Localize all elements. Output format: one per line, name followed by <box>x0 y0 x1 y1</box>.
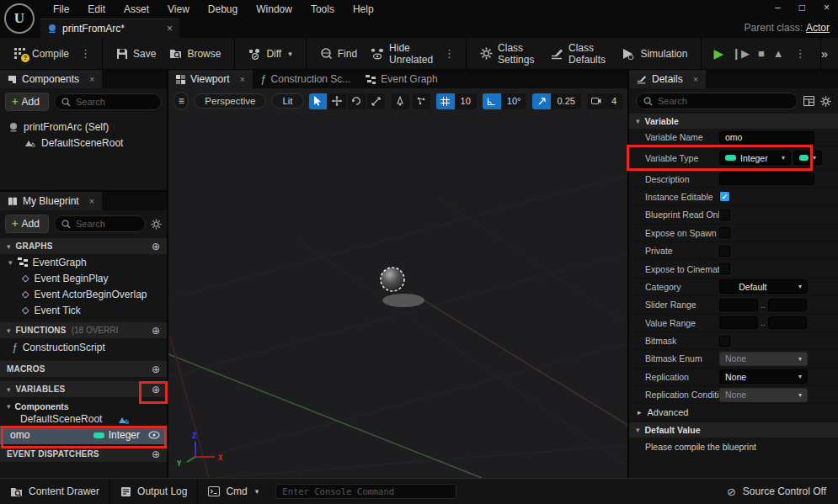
value-range-min-input[interactable] <box>719 316 758 329</box>
my-blueprint-close-icon[interactable]: × <box>89 196 94 206</box>
class-defaults-button[interactable]: Class Defaults <box>546 39 613 69</box>
hide-unrelated-button[interactable]: Hide Unrelated <box>366 39 438 69</box>
source-control-button[interactable]: ⊘ Source Control Off <box>727 485 838 498</box>
3d-viewport[interactable]: Z X Y ≡ Perspective Lit <box>168 88 627 478</box>
tab-event-graph[interactable]: Event Graph <box>358 70 445 88</box>
event-dispatchers-section-header[interactable]: EVENT DISPATCHERS ⊕ <box>0 446 167 462</box>
my-blueprint-search[interactable] <box>54 215 146 232</box>
menu-help[interactable]: Help <box>344 0 383 19</box>
simulation-button[interactable]: Simulation <box>616 45 692 63</box>
content-drawer-button[interactable]: Content Drawer <box>0 479 110 504</box>
play-options-icon[interactable]: ⋮ <box>793 47 809 60</box>
menu-tools[interactable]: Tools <box>302 0 344 19</box>
compile-options-icon[interactable]: ⋮ <box>77 47 93 60</box>
expose-on-spawn-checkbox[interactable] <box>719 227 730 238</box>
console-command-input[interactable] <box>275 484 456 499</box>
collapse-icon[interactable]: ▾ <box>8 258 13 267</box>
move-tool-button[interactable] <box>328 93 346 109</box>
menu-asset[interactable]: Asset <box>115 0 158 19</box>
variable-name-input[interactable] <box>719 131 814 144</box>
save-button[interactable]: Save <box>111 45 161 63</box>
add-function-icon[interactable]: ⊕ <box>152 325 160 337</box>
my-blueprint-add-button[interactable]: + Add <box>5 215 49 233</box>
class-settings-button[interactable]: Class Settings <box>475 39 542 69</box>
instance-editable-checkbox[interactable]: ✓ <box>719 191 730 202</box>
world-gizmo-button[interactable] <box>392 93 409 109</box>
event-graph-item[interactable]: ▾ EventGraph <box>0 254 167 270</box>
maximize-button[interactable]: □ <box>799 2 805 13</box>
blueprint-read-only-checkbox[interactable] <box>719 210 730 220</box>
camera-speed-control[interactable]: 4 <box>587 93 622 109</box>
close-button[interactable]: × <box>824 2 830 13</box>
details-search-input[interactable] <box>658 96 790 106</box>
container-type-dropdown[interactable]: ▾ <box>793 151 822 165</box>
tab-components[interactable]: Components × <box>0 70 102 88</box>
settings-gear-icon[interactable] <box>820 96 831 107</box>
components-group-row[interactable]: ▾ Components <box>0 400 167 412</box>
surface-snapping-button[interactable] <box>413 93 430 109</box>
details-search[interactable] <box>636 93 798 109</box>
event-tick-item[interactable]: ◇ Event Tick <box>0 302 167 318</box>
scale-tool-button[interactable] <box>367 93 385 109</box>
bitmask-enum-dropdown[interactable]: None ▾ <box>719 352 808 366</box>
scene-root-variable-item[interactable]: DefaultSceneRoot <box>0 412 167 426</box>
compile-button[interactable]: ? Compile <box>8 44 74 64</box>
menu-window[interactable]: Window <box>247 0 302 19</box>
menu-view[interactable]: View <box>158 0 199 19</box>
browse-button[interactable]: Browse <box>164 45 226 63</box>
tab-construction-script[interactable]: ƒ Construction Sc... <box>253 70 358 88</box>
scale-snap-control[interactable]: 0.25 <box>532 93 580 109</box>
bitmask-checkbox[interactable] <box>719 336 730 347</box>
toolbar-overflow-icon[interactable]: » <box>821 46 838 61</box>
add-variable-icon[interactable]: ⊕ <box>152 384 160 395</box>
display-options-icon[interactable] <box>803 96 814 106</box>
private-checkbox[interactable] <box>719 246 730 257</box>
output-log-button[interactable]: Output Log <box>110 479 198 504</box>
expose-to-cinematics-checkbox[interactable] <box>719 263 730 274</box>
add-graph-icon[interactable]: ⊕ <box>152 241 160 252</box>
rotation-snap-control[interactable]: 10° <box>483 93 527 109</box>
graphs-section-header[interactable]: ▾ GRAPHS ⊕ <box>0 238 167 254</box>
frame-skip-icon[interactable]: ❙▶ <box>732 47 750 60</box>
variable-row-omo[interactable]: omo Integer <box>0 426 167 444</box>
components-add-button[interactable]: + Add <box>5 93 49 111</box>
minimize-button[interactable]: – <box>775 2 781 13</box>
event-beginplay-item[interactable]: ◇ Event BeginPlay <box>0 270 167 286</box>
slider-range-max-input[interactable] <box>768 299 807 311</box>
replication-condition-dropdown[interactable]: None ▾ <box>719 388 808 402</box>
construction-script-item[interactable]: ƒ ConstructionScript <box>0 338 167 357</box>
add-event-dispatcher-icon[interactable]: ⊕ <box>152 448 160 460</box>
tab-printfromarc[interactable]: printFromArc* × <box>40 19 179 38</box>
viewport-close-icon[interactable]: × <box>239 74 244 84</box>
find-button[interactable]: Find <box>315 44 362 63</box>
stop-icon[interactable]: ■ <box>758 47 765 60</box>
components-search[interactable] <box>54 93 162 110</box>
variable-type-dropdown[interactable]: Integer ▾ <box>719 151 791 165</box>
functions-section-header[interactable]: ▾ FUNCTIONS (18 OVERRI ⊕ <box>0 322 167 338</box>
replication-dropdown[interactable]: None ▾ <box>719 369 808 384</box>
macros-section-header[interactable]: MACROS ⊕ <box>0 361 167 377</box>
add-macro-icon[interactable]: ⊕ <box>152 363 160 375</box>
tab-close-icon[interactable]: × <box>167 23 173 34</box>
component-item-self[interactable]: printFromArc (Self) <box>0 119 167 135</box>
default-value-section-header[interactable]: ▾ Default Value <box>629 422 838 438</box>
select-tool-button[interactable] <box>309 93 327 109</box>
details-close-icon[interactable]: × <box>693 74 698 84</box>
tab-my-blueprint[interactable]: My Blueprint × <box>0 192 102 210</box>
event-actorbeginoverlap-item[interactable]: ◇ Event ActorBeginOverlap <box>0 286 167 302</box>
tab-viewport[interactable]: Viewport × <box>168 70 253 88</box>
viewport-menu-icon[interactable]: ≡ <box>173 92 189 110</box>
description-input[interactable] <box>719 172 814 185</box>
diff-button[interactable]: Diff ▾ <box>243 45 296 63</box>
menu-edit[interactable]: Edit <box>78 0 115 19</box>
grid-snap-control[interactable]: 10 <box>436 93 477 109</box>
components-close-icon[interactable]: × <box>89 74 94 84</box>
advanced-row[interactable]: ▸ Advanced <box>629 404 838 422</box>
lit-button[interactable]: Lit <box>271 93 303 109</box>
find-options-icon[interactable]: ⋮ <box>441 47 457 60</box>
slider-range-min-input[interactable] <box>719 299 758 311</box>
play-icon[interactable]: ▶ <box>713 46 723 61</box>
menu-debug[interactable]: Debug <box>199 0 247 19</box>
variable-section-header[interactable]: ▾ Variable <box>629 114 838 129</box>
components-search-input[interactable] <box>76 97 154 107</box>
